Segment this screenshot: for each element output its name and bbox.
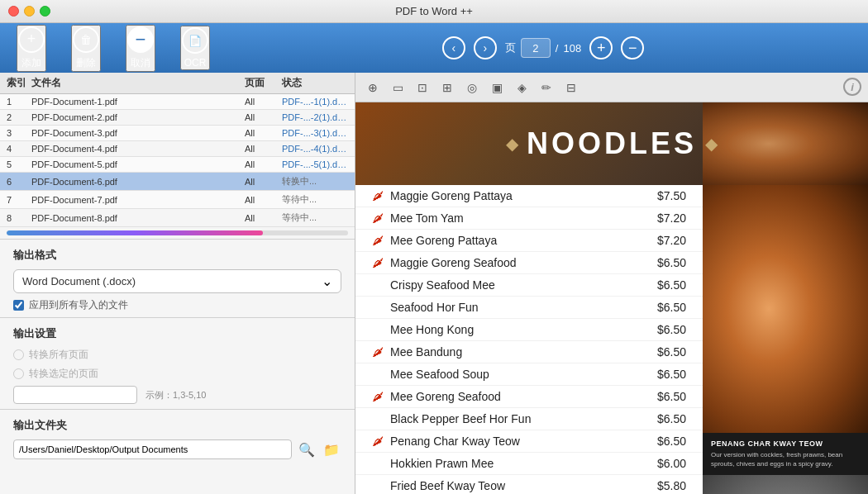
food-image-header: [703, 102, 868, 185]
output-settings-title: 输出设置: [13, 326, 341, 341]
right-panel: ⊕ ▭ ⊡ ⊞ ◎ ▣ ◈ ✏ ⊟ i ◆ NOODLES ◆: [355, 73, 868, 494]
format-value: Word Document (.docx): [22, 275, 136, 287]
table-row-selected[interactable]: 6 PDF-Document-6.pdf All 转换中...: [0, 173, 355, 191]
close-button[interactable]: [8, 6, 19, 17]
apply-all-checkbox[interactable]: [13, 300, 24, 311]
prev-page-button[interactable]: ‹: [442, 36, 465, 59]
cancel-icon: −: [127, 26, 154, 53]
noodles-title: NOODLES: [527, 126, 697, 161]
add-icon: +: [18, 26, 45, 53]
apply-all-row: 应用到所有导入的文件: [13, 298, 341, 312]
table-row[interactable]: 5 PDF-Document-5.pdf All PDF-...-5(1).do…: [0, 157, 355, 173]
pdf-tool-icon-1[interactable]: ⊕: [364, 78, 382, 97]
table-row[interactable]: 4 PDF-Document-4.pdf All PDF-...-4(1).do…: [0, 141, 355, 157]
radio-all-label: 转换所有页面: [29, 348, 88, 362]
chili-icon: 🌶: [372, 435, 384, 448]
menu-item: Hokkien Prawn Mee $6.00: [355, 453, 703, 475]
menu-item: Mee Seafood Soup $6.50: [355, 363, 703, 386]
output-format-section: 输出格式 Word Document (.docx) ⌄ 应用到所有导入的文件: [0, 239, 355, 317]
pdf-tool-icon-3[interactable]: ⊡: [413, 78, 432, 97]
chili-icon: 🌶: [372, 234, 384, 247]
traffic-lights: [8, 6, 50, 17]
format-select[interactable]: Word Document (.docx) ⌄: [13, 269, 341, 293]
col-pages: 页面: [245, 76, 282, 90]
title-bar: PDF to Word ++: [0, 0, 868, 23]
pdf-tool-icon-9[interactable]: ⊟: [562, 78, 580, 97]
page-range-hint: 示例：1,3-5,10: [145, 389, 206, 401]
menu-item: Crispy Seafood Mee $6.50: [355, 274, 703, 297]
side-photo-column: PENANG CHAR KWAY TEOW Our version with c…: [703, 185, 868, 494]
ocr-icon: 📄: [182, 27, 208, 54]
menu-item: 🌶 Mee Bandung $6.50: [355, 341, 703, 363]
col-filename: 文件名: [31, 76, 245, 90]
chili-icon: 🌶: [372, 256, 384, 269]
menu-item: Fried Beef Kway Teow $5.80: [355, 475, 703, 494]
page-navigation: ‹ › 页 / 108 + −: [235, 36, 851, 59]
cancel-button[interactable]: − 取消: [126, 25, 155, 72]
radio-all-pages-row: 转换所有页面: [13, 348, 341, 362]
menu-item: 🌶 Mee Goreng Seafood $6.50: [355, 386, 703, 408]
pdf-header: ◆ NOODLES ◆: [355, 102, 868, 185]
ocr-button[interactable]: 📄 OCR: [180, 26, 210, 70]
menu-item: Seafood Hor Fun $6.50: [355, 297, 703, 319]
minimize-button[interactable]: [24, 6, 35, 17]
menu-item: Mee Hong Kong $6.50: [355, 319, 703, 341]
output-folder-title: 输出文件夹: [13, 418, 341, 433]
table-row[interactable]: 8 PDF-Document-8.pdf All 等待中...: [0, 209, 355, 227]
pdf-tool-icon-4[interactable]: ⊞: [438, 78, 456, 97]
pdf-tool-icon-8[interactable]: ✏: [537, 78, 556, 97]
progress-bar-fill: [7, 230, 263, 235]
table-row[interactable]: 2 PDF-Document-2.pdf All PDF-...-2(1).do…: [0, 110, 355, 126]
main-toolbar: + 添加 🗑 删除 − 取消 📄 OCR ‹ › 页 / 108 + −: [0, 23, 868, 73]
radio-all-pages[interactable]: [13, 349, 24, 360]
zoom-out-button[interactable]: −: [621, 36, 644, 59]
info-button[interactable]: i: [843, 78, 861, 96]
seafood-photo-detail: [703, 475, 868, 494]
menu-item: 🌶 Mee Goreng Pattaya $7.20: [355, 230, 703, 252]
chili-icon: 🌶: [372, 345, 384, 359]
page-range-input[interactable]: [13, 386, 137, 404]
chili-icon: 🌶: [372, 390, 384, 403]
menu-item: 🌶 Mee Tom Yam $7.20: [355, 207, 703, 230]
pdf-tool-icon-5[interactable]: ◎: [463, 78, 481, 97]
output-folder-section: 输出文件夹 🔍 📁: [0, 409, 355, 464]
window-title: PDF to Word ++: [395, 5, 473, 17]
pdf-toolbar: ⊕ ▭ ⊡ ⊞ ◎ ▣ ◈ ✏ ⊟ i: [355, 73, 868, 102]
penang-label-title: PENANG CHAR KWAY TEOW: [711, 439, 860, 448]
folder-browse-button[interactable]: 📁: [322, 439, 341, 459]
food-photo-seafood: [703, 475, 868, 494]
pdf-tool-icon-2[interactable]: ▭: [389, 78, 407, 97]
penang-label-desc: Our version with cockles, fresh prawns, …: [711, 450, 860, 468]
diamond-left: ◆: [506, 134, 518, 154]
table-row[interactable]: 3 PDF-Document-3.pdf All PDF-...-3(1).do…: [0, 126, 355, 141]
table-row[interactable]: 7 PDF-Document-7.pdf All 等待中...: [0, 191, 355, 209]
folder-path-input[interactable]: [13, 439, 292, 459]
chevron-left-icon: ‹: [451, 41, 455, 55]
pdf-tool-icon-7[interactable]: ◈: [513, 78, 531, 97]
zoom-in-button[interactable]: +: [589, 36, 613, 59]
page-range-row: 示例：1,3-5,10: [13, 386, 341, 404]
radio-selected-pages-row: 转换选定的页面: [13, 367, 341, 381]
next-page-button[interactable]: ›: [474, 36, 497, 59]
maximize-button[interactable]: [40, 6, 50, 17]
radio-selected-pages[interactable]: [13, 368, 24, 379]
output-format-title: 输出格式: [13, 248, 341, 263]
noodle-photo-detail: [703, 185, 868, 433]
file-table: 索引 文件名 页面 状态 1 PDF-Document-1.pdf All PD…: [0, 73, 355, 227]
table-row[interactable]: 1 PDF-Document-1.pdf All PDF-...-1(1).do…: [0, 94, 355, 110]
menu-item: 🌶 Maggie Goreng Pattaya $7.50: [355, 185, 703, 207]
apply-all-label: 应用到所有导入的文件: [29, 298, 128, 312]
page-input[interactable]: [521, 38, 551, 58]
add-button[interactable]: + 添加: [17, 25, 46, 72]
chili-icon: 🌶: [372, 211, 384, 225]
info-icon: i: [851, 81, 854, 93]
main-content: 索引 文件名 页面 状态 1 PDF-Document-1.pdf All PD…: [0, 73, 868, 494]
search-icon[interactable]: 🔍: [297, 439, 317, 459]
output-settings-section: 输出设置 转换所有页面 转换选定的页面 示例：1,3-5,10: [0, 317, 355, 409]
menu-item: 🌶 Penang Char Kway Teow $6.50: [355, 430, 703, 453]
pdf-tool-icon-6[interactable]: ▣: [488, 78, 506, 97]
delete-button[interactable]: 🗑 删除: [71, 25, 101, 72]
radio-selected-label: 转换选定的页面: [29, 367, 98, 381]
progress-bar-container: [7, 230, 348, 235]
menu-layout: 🌶 Maggie Goreng Pattaya $7.50 🌶 Mee Tom …: [355, 185, 868, 494]
